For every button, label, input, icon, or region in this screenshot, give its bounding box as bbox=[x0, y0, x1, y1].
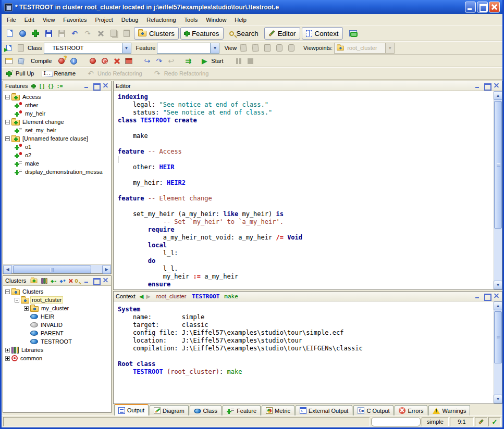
tree-item[interactable]: make bbox=[4, 159, 111, 168]
editor-code[interactable]: indexing legal: "See notice at end of cl… bbox=[114, 91, 493, 289]
panel-maximize-icon[interactable] bbox=[484, 83, 490, 89]
tree-item[interactable]: common bbox=[4, 354, 111, 362]
collapse-icon[interactable] bbox=[5, 120, 10, 124]
compile-button[interactable]: Compile bbox=[31, 58, 52, 64]
assigner-view-icon[interactable]: := bbox=[57, 83, 63, 89]
tree-item[interactable]: o1 bbox=[4, 143, 111, 151]
menu-file[interactable]: File bbox=[3, 15, 20, 24]
collapse-icon[interactable] bbox=[5, 289, 10, 294]
scroll-up-icon[interactable]: ▲ bbox=[494, 301, 502, 310]
save-all-icon[interactable] bbox=[56, 28, 67, 39]
tree-item[interactable]: TESTROOT bbox=[4, 337, 111, 346]
tree-item[interactable]: HEIR bbox=[4, 312, 111, 321]
precompile-icon[interactable] bbox=[124, 56, 134, 66]
scrollbar-thumb[interactable] bbox=[494, 101, 502, 229]
tree-item[interactable]: other bbox=[4, 101, 111, 109]
tab-diagram[interactable]: Diagram bbox=[150, 405, 189, 415]
context-panel-header[interactable]: Context ◀ ▶ root_cluster TESTROOT make bbox=[114, 292, 502, 301]
tab-errors[interactable]: Errors bbox=[395, 405, 427, 415]
pull-up-icon[interactable]: ↑ bbox=[4, 68, 14, 79]
scroll-down-icon[interactable]: ▼ bbox=[494, 281, 502, 289]
tree-item[interactable]: set_my_heir bbox=[4, 126, 111, 134]
collapse-icon[interactable] bbox=[15, 298, 19, 302]
tab-c-output[interactable]: C Output bbox=[353, 405, 394, 415]
panel-close-icon[interactable] bbox=[102, 277, 109, 285]
save-icon[interactable] bbox=[43, 28, 54, 39]
editor-vertical-scrollbar[interactable]: ▲ ▼ bbox=[493, 91, 502, 289]
tree-item[interactable]: display_demonstration_messa bbox=[4, 168, 111, 176]
panel-close-icon[interactable] bbox=[493, 82, 500, 90]
signature-view-icon[interactable]: {} bbox=[47, 83, 54, 89]
remove-key-icon[interactable]: ◆- bbox=[51, 278, 57, 284]
context-class-crumb[interactable]: TESTROOT bbox=[192, 293, 219, 300]
tree-item[interactable]: root_cluster bbox=[4, 296, 111, 304]
menu-project[interactable]: Project bbox=[91, 15, 117, 24]
menu-tools[interactable]: Tools bbox=[180, 15, 202, 24]
panel-minimize-icon[interactable] bbox=[474, 293, 481, 299]
history-back-icon[interactable]: ◀ bbox=[139, 294, 143, 299]
info-icon[interactable]: i bbox=[68, 56, 79, 66]
clusters-panel-header[interactable]: Clusters ◆- ◆• bbox=[3, 276, 111, 286]
tree-item[interactable]: my_heir bbox=[4, 109, 111, 118]
project-settings-icon[interactable] bbox=[4, 56, 14, 66]
melt-icon[interactable] bbox=[16, 56, 26, 66]
open-project-icon[interactable] bbox=[17, 28, 28, 39]
panel-close-icon[interactable] bbox=[493, 293, 500, 300]
tab-external-output[interactable]: External Output bbox=[296, 405, 352, 415]
features-toggle-button[interactable]: Features bbox=[180, 27, 224, 40]
remove-item-icon[interactable] bbox=[69, 279, 71, 283]
menu-favorites[interactable]: Favorites bbox=[59, 15, 91, 24]
step-into-icon[interactable]: ↪ bbox=[142, 56, 152, 66]
class-dropdown[interactable]: TESTROOT ▼ bbox=[44, 43, 131, 54]
key-icon[interactable]: ◆• bbox=[59, 278, 66, 284]
collapse-icon[interactable] bbox=[5, 95, 10, 99]
undo-icon[interactable]: ↶ bbox=[69, 28, 80, 39]
editor-panel-header[interactable]: Editor bbox=[114, 81, 502, 91]
add-icon[interactable] bbox=[30, 28, 41, 39]
saved-check-icon[interactable]: ✓ bbox=[488, 417, 501, 426]
chevron-down-icon[interactable]: ▼ bbox=[122, 43, 131, 53]
start-button[interactable]: Start bbox=[211, 58, 223, 64]
context-output[interactable]: System name: simple target: classic conf… bbox=[114, 304, 493, 403]
tree-item[interactable]: PARENT bbox=[4, 329, 111, 337]
menu-view[interactable]: View bbox=[39, 15, 59, 24]
panel-minimize-icon[interactable] bbox=[474, 83, 481, 89]
scrollbar-thumb[interactable] bbox=[494, 311, 502, 363]
new-feature-icon[interactable] bbox=[32, 84, 35, 87]
title-bar[interactable]: * TESTROOT in cluster root_cluster locat… bbox=[2, 0, 502, 14]
expand-icon[interactable] bbox=[24, 306, 29, 311]
tree-item[interactable]: [Unnamed feature clause] bbox=[4, 134, 111, 143]
tab-class[interactable]: Class bbox=[190, 405, 222, 415]
add-cluster-icon[interactable] bbox=[31, 279, 38, 283]
tree-item[interactable]: o2 bbox=[4, 151, 111, 159]
panel-close-icon[interactable] bbox=[102, 82, 109, 90]
panel-minimize-icon[interactable] bbox=[83, 83, 90, 89]
tab-metric[interactable]: Metric bbox=[262, 405, 294, 415]
finalize-icon[interactable] bbox=[100, 56, 110, 66]
chevron-down-icon[interactable]: ▼ bbox=[210, 43, 219, 53]
scrollbar-thumb[interactable] bbox=[13, 266, 91, 273]
menu-window[interactable]: Window bbox=[202, 15, 230, 24]
menu-debug[interactable]: Debug bbox=[117, 15, 142, 24]
menu-refactoring[interactable]: Refactoring bbox=[142, 15, 180, 24]
step-over-icon[interactable]: ↷ bbox=[154, 56, 164, 66]
context-feature-crumb[interactable]: make bbox=[224, 293, 238, 300]
compile-error-info-icon[interactable]: ? bbox=[56, 56, 67, 66]
tree-item[interactable]: INVALID bbox=[4, 321, 111, 329]
expand-icon[interactable] bbox=[5, 356, 10, 361]
rename-button[interactable]: Rename bbox=[54, 70, 76, 77]
feature-dropdown[interactable]: ▼ bbox=[157, 43, 219, 54]
pull-up-button[interactable]: Pull Up bbox=[16, 70, 34, 77]
cancel-compilation-icon[interactable] bbox=[112, 56, 122, 66]
alias-view-icon[interactable]: [] bbox=[39, 83, 45, 89]
maximize-button[interactable] bbox=[477, 2, 488, 12]
tab-warnings[interactable]: Warnings bbox=[428, 405, 470, 415]
menu-edit[interactable]: Edit bbox=[20, 15, 39, 24]
scroll-up-icon[interactable]: ▲ bbox=[494, 91, 502, 100]
menu-help[interactable]: Help bbox=[230, 15, 251, 24]
new-document-icon[interactable] bbox=[4, 28, 15, 39]
close-button[interactable] bbox=[489, 2, 500, 12]
features-panel-header[interactable]: Features [] {} := bbox=[3, 81, 111, 91]
editable-pencil-icon[interactable] bbox=[475, 417, 487, 426]
search-button[interactable]: Search bbox=[225, 27, 263, 40]
